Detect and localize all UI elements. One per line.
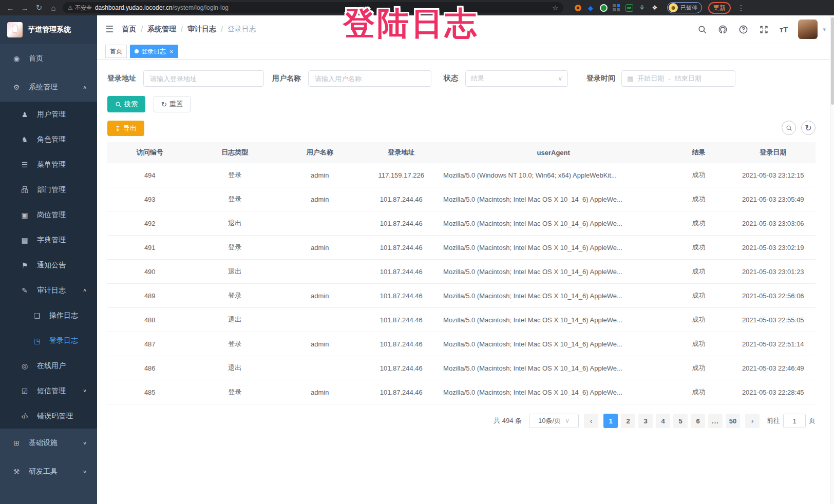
sidebar-item-operation-log[interactable]: ❏操作日志 <box>0 303 97 328</box>
dashboard-icon: ◉ <box>10 54 23 63</box>
cell-result: 成功 <box>667 332 730 356</box>
tab-login-log[interactable]: 登录日志× <box>130 45 178 58</box>
sidebar-item-system-management[interactable]: ⚙系统管理∧ <box>0 73 97 102</box>
sidebar-item-dept-management[interactable]: 品部门管理 <box>0 177 97 202</box>
page-size-select[interactable]: 10条/页 ∨ <box>529 414 579 428</box>
toggle-search-button[interactable] <box>782 121 796 135</box>
cell-user-agent: Mozilla/5.0 (Macintosh; Intel Mac OS X 1… <box>440 187 667 211</box>
breadcrumb-item[interactable]: 审计日志 <box>187 25 216 34</box>
search-button[interactable]: 搜索 <box>107 96 145 112</box>
goto-page-input[interactable] <box>783 414 806 428</box>
url-text: dashboard.yudao.iocoder.cn/system/log/lo… <box>95 4 229 11</box>
github-icon[interactable] <box>718 24 728 34</box>
cell-login-ip: 101.87.244.46 <box>362 308 440 332</box>
sidebar-item-sms-management[interactable]: ☑短信管理∨ <box>0 378 97 403</box>
cell-result: 成功 <box>667 260 730 284</box>
cell-log-id: 486 <box>107 356 192 380</box>
fullscreen-icon[interactable] <box>759 24 769 34</box>
cell-user-agent: Mozilla/5.0 (Macintosh; Intel Mac OS X 1… <box>440 236 667 260</box>
sidebar-item-post-management[interactable]: ▣岗位管理 <box>0 202 97 227</box>
cell-log-id: 489 <box>107 284 192 308</box>
prev-page-button[interactable]: ‹ <box>584 414 598 428</box>
page-scrollbar[interactable] <box>830 15 834 504</box>
sidebar-item-menu-management[interactable]: ☰菜单管理 <box>0 152 97 177</box>
hamburger-icon[interactable]: ☰ <box>105 24 113 35</box>
sidebar-item-home[interactable]: ◉首页 <box>0 44 97 73</box>
reset-button[interactable]: ↻ 重置 <box>154 96 191 112</box>
help-icon[interactable] <box>738 24 749 34</box>
breadcrumb-separator: / <box>181 25 183 33</box>
cell-log-type: 登录 <box>192 380 277 404</box>
page-button[interactable]: 3 <box>638 414 653 428</box>
menu-list-icon: ☰ <box>18 161 31 169</box>
extension-icon-gem[interactable]: ◆ <box>586 4 595 12</box>
home-icon[interactable]: ⌂ <box>47 2 60 14</box>
page-button[interactable]: 50 <box>726 414 740 428</box>
bookmark-star-icon[interactable]: ☆ <box>552 4 558 12</box>
refresh-table-button[interactable]: ↻ <box>801 121 816 135</box>
sidebar-item-dict-management[interactable]: ▤字典管理 <box>0 227 97 253</box>
forward-icon[interactable]: → <box>18 2 31 14</box>
sidebar-item-login-log[interactable]: ◳登录日志 <box>0 328 97 353</box>
export-button[interactable]: ↧ 导出 <box>107 121 144 136</box>
sidebar: 芋道管理系统 ◉首页⚙系统管理∧♟用户管理♞角色管理☰菜单管理品部门管理▣岗位管… <box>0 15 97 504</box>
browser-update-button[interactable]: 更新 <box>708 2 731 14</box>
extension-icon-green[interactable] <box>599 4 608 12</box>
cell-user-agent: Mozilla/5.0 (Macintosh; Intel Mac OS X 1… <box>440 211 667 236</box>
scrollbar-thumb[interactable] <box>831 17 834 105</box>
profile-avatar: ☻ <box>669 3 678 12</box>
login-time-range-picker[interactable]: ▦ 开始日期 - 结束日期 <box>621 70 735 87</box>
sidebar-item-role-management[interactable]: ♞角色管理 <box>0 127 97 152</box>
cell-result: 成功 <box>667 163 730 187</box>
font-size-icon[interactable]: ᴛT <box>780 25 788 34</box>
security-label: 不安全 <box>75 4 92 12</box>
app-logo[interactable]: 芋道管理系统 <box>0 15 97 44</box>
extension-icon-orange[interactable] <box>574 4 582 12</box>
sidebar-item-audit-log[interactable]: ✎审计日志∧ <box>0 278 97 303</box>
page-button[interactable]: 2 <box>621 414 635 428</box>
username-input[interactable] <box>308 70 431 87</box>
reload-icon[interactable]: ↻ <box>33 2 45 14</box>
cell-log-type: 登录 <box>192 236 277 260</box>
page-button[interactable]: 1 <box>603 414 618 428</box>
cell-login-ip: 101.87.244.46 <box>362 260 440 284</box>
tab-home[interactable]: 首页 <box>105 45 127 58</box>
extension-icon-leaf[interactable]: ⚘ <box>638 4 646 12</box>
cell-username: admin <box>277 380 362 404</box>
chevron-down-icon[interactable]: ▾ <box>823 26 826 33</box>
back-icon[interactable]: ← <box>4 2 16 14</box>
cell-username: admin <box>277 163 362 187</box>
address-bar[interactable]: ⚠ 不安全 dashboard.yudao.iocoder.cn/system/… <box>63 2 563 13</box>
user-avatar[interactable] <box>798 20 818 39</box>
extension-icon-grid[interactable] <box>612 4 620 12</box>
extensions-puzzle-icon[interactable]: ❖ <box>651 4 659 12</box>
cell-login-ip: 101.87.244.46 <box>362 356 440 380</box>
table-row: 488退出101.87.244.46Mozilla/5.0 (Macintosh… <box>107 308 816 332</box>
status-select[interactable]: 结果 ∨ <box>465 70 568 87</box>
close-icon[interactable]: × <box>169 48 174 55</box>
next-page-button[interactable]: › <box>745 414 760 428</box>
sidebar-item-notice-announcement[interactable]: ⚑通知公告 <box>0 253 97 278</box>
cell-login-date: 2021-05-03 22:56:06 <box>730 284 816 308</box>
sidebar-item-dev-tools[interactable]: ⚒研发工具∨ <box>0 457 97 486</box>
extension-icon-on[interactable]: on <box>625 4 633 12</box>
page-button[interactable]: 5 <box>673 414 688 428</box>
browser-profile-chip[interactable]: ☻ 已暂停 <box>667 2 702 13</box>
chevron-up-icon: ∧ <box>83 85 87 90</box>
breadcrumb-item[interactable]: 首页 <box>122 25 136 34</box>
table-row: 494登录admin117.159.17.226Mozilla/5.0 (Win… <box>107 163 816 187</box>
page-button[interactable]: 6 <box>691 414 705 428</box>
browser-menu-dots-icon[interactable]: ⋮ <box>735 2 747 14</box>
header-actions: ᴛT ▾ <box>697 20 826 39</box>
sidebar-item-infrastructure[interactable]: ⊞基础设施∨ <box>0 429 97 457</box>
sidebar-item-error-code-management[interactable]: ‹/›错误码管理 <box>0 403 97 429</box>
search-icon[interactable] <box>697 24 708 34</box>
sidebar-item-user-management[interactable]: ♟用户管理 <box>0 102 97 127</box>
sidebar-item-online-users[interactable]: ◎在线用户 <box>0 353 97 378</box>
online-users-icon: ◎ <box>18 362 31 370</box>
sidebar-item-label: 在线用户 <box>37 361 97 371</box>
breadcrumb-item[interactable]: 系统管理 <box>147 25 176 34</box>
login-address-input[interactable] <box>143 70 264 87</box>
security-warning[interactable]: ⚠ 不安全 <box>68 4 92 12</box>
page-button[interactable]: 4 <box>656 414 670 428</box>
